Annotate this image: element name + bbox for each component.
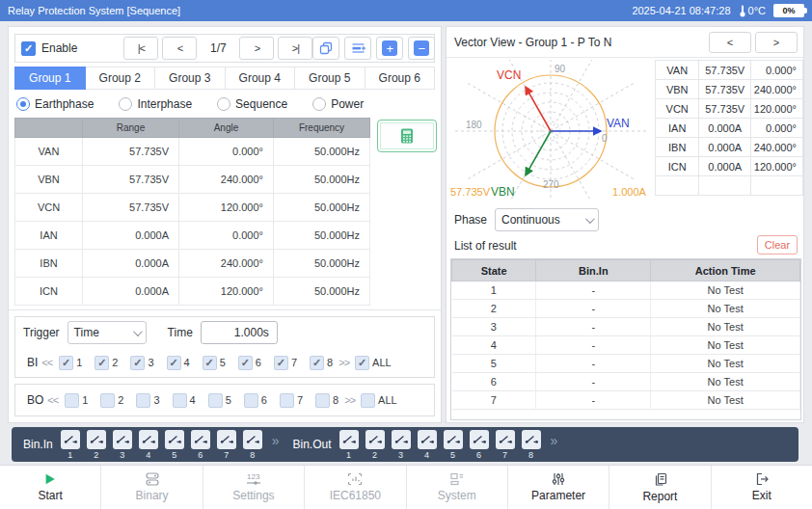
bo-checkbox[interactable] bbox=[100, 393, 115, 408]
bo-checkbox[interactable] bbox=[244, 393, 258, 408]
next-state-button[interactable]: > bbox=[239, 37, 274, 60]
bi-checkbox[interactable] bbox=[95, 356, 109, 370]
tab-group-1[interactable]: Group 1 bbox=[14, 67, 86, 90]
channel-angle[interactable]: 120.000° bbox=[179, 278, 274, 306]
bo-checkbox-item[interactable]: 6 bbox=[244, 393, 267, 408]
channel-frequency[interactable]: 50.000Hz bbox=[274, 138, 370, 166]
phase-select[interactable]: Continuous bbox=[495, 208, 599, 231]
bi-all-checkbox[interactable] bbox=[355, 356, 369, 370]
settings-button[interactable]: 123 Settings bbox=[203, 466, 304, 509]
bo-checkbox-item[interactable]: 7 bbox=[280, 393, 303, 408]
bo-checkbox[interactable] bbox=[208, 393, 223, 408]
parameter-button[interactable]: Parameter bbox=[507, 466, 609, 509]
channel-row[interactable]: IBN 0.000A 240.000° 50.000Hz bbox=[15, 250, 370, 278]
result-row[interactable]: 4 - No Test bbox=[452, 336, 800, 355]
bi-checkbox-item[interactable]: 6 bbox=[238, 356, 261, 370]
bi-checkbox-item[interactable]: 8 bbox=[310, 356, 333, 370]
result-row[interactable]: 1 - No Test bbox=[452, 281, 800, 300]
result-row[interactable]: 7 - No Test bbox=[452, 391, 800, 410]
calculator-button[interactable] bbox=[377, 120, 437, 152]
first-state-button[interactable]: |< bbox=[123, 37, 158, 60]
trigger-time-input[interactable] bbox=[201, 321, 278, 344]
channel-frequency[interactable]: 50.000Hz bbox=[274, 166, 370, 194]
radio-power[interactable]: Power bbox=[312, 97, 364, 111]
channel-range[interactable]: 0.000A bbox=[83, 222, 179, 250]
remove-state-button[interactable]: − bbox=[408, 37, 435, 60]
bi-checkbox[interactable] bbox=[59, 356, 73, 370]
bo-checkbox[interactable] bbox=[65, 393, 79, 408]
bo-checkbox[interactable] bbox=[136, 393, 150, 408]
bi-all-item[interactable]: ALL bbox=[355, 356, 392, 370]
report-button[interactable]: Report bbox=[609, 466, 710, 509]
system-button[interactable]: System bbox=[406, 466, 507, 509]
bo-checkbox[interactable] bbox=[173, 393, 187, 408]
tab-group-4[interactable]: Group 4 bbox=[226, 67, 296, 90]
prev-state-button[interactable]: < bbox=[162, 37, 197, 60]
channel-frequency[interactable]: 50.000Hz bbox=[274, 250, 370, 278]
bo-checkbox-item[interactable]: 3 bbox=[136, 393, 159, 408]
trigger-type-select[interactable]: Time bbox=[68, 321, 147, 344]
last-state-button[interactable]: >| bbox=[278, 37, 312, 60]
tab-group-6[interactable]: Group 6 bbox=[365, 67, 436, 90]
bo-checkbox[interactable] bbox=[280, 393, 294, 408]
bo-checkbox-item[interactable]: 5 bbox=[208, 393, 231, 408]
radio-earthphase[interactable]: Earthphase bbox=[16, 97, 94, 111]
channel-range[interactable]: 0.000A bbox=[83, 250, 179, 278]
bi-checkbox-item[interactable]: 3 bbox=[130, 356, 153, 370]
bi-checkbox-item[interactable]: 1 bbox=[59, 356, 82, 370]
radio-sequence[interactable]: Sequence bbox=[217, 97, 287, 111]
tab-group-3[interactable]: Group 3 bbox=[155, 67, 226, 90]
channel-angle[interactable]: 240.000° bbox=[179, 250, 274, 278]
bi-checkbox[interactable] bbox=[203, 356, 217, 370]
channel-angle[interactable]: 120.000° bbox=[179, 194, 274, 222]
result-row[interactable]: 3 - No Test bbox=[452, 318, 800, 336]
bi-checkbox[interactable] bbox=[274, 356, 288, 370]
channel-range[interactable]: 0.000A bbox=[83, 278, 179, 306]
bi-checkbox[interactable] bbox=[167, 356, 181, 370]
channel-row[interactable]: VCN 57.735V 120.000° 50.000Hz bbox=[15, 194, 370, 222]
channel-frequency[interactable]: 50.000Hz bbox=[274, 194, 370, 222]
bo-checkbox-item[interactable]: 1 bbox=[65, 393, 88, 408]
result-row[interactable]: 2 - No Test bbox=[452, 300, 800, 318]
bi-checkbox-item[interactable]: 2 bbox=[95, 356, 118, 370]
add-state-button[interactable]: + bbox=[376, 37, 403, 60]
tab-group-2[interactable]: Group 2 bbox=[86, 67, 156, 90]
vector-prev-button[interactable]: < bbox=[709, 32, 751, 53]
channel-row[interactable]: ICN 0.000A 120.000° 50.000Hz bbox=[15, 278, 370, 306]
bi-checkbox[interactable] bbox=[238, 356, 253, 370]
bo-checkbox[interactable] bbox=[315, 393, 330, 408]
channel-row[interactable]: VAN 57.735V 0.000° 50.000Hz bbox=[15, 138, 370, 166]
bo-all-checkbox[interactable] bbox=[361, 393, 375, 408]
enable-checkbox[interactable] bbox=[21, 41, 36, 56]
vector-next-button[interactable]: > bbox=[755, 32, 798, 53]
bi-checkbox-item[interactable]: 4 bbox=[167, 356, 190, 370]
bi-checkbox-item[interactable]: 5 bbox=[203, 356, 226, 370]
insert-state-button[interactable] bbox=[344, 37, 371, 60]
iec61850-button[interactable]: IEC61850 bbox=[304, 466, 405, 509]
channel-frequency[interactable]: 50.000Hz bbox=[274, 222, 370, 250]
channel-angle[interactable]: 0.000° bbox=[179, 138, 274, 166]
radio-interphase[interactable]: Interphase bbox=[119, 97, 192, 111]
bo-checkbox-item[interactable]: 8 bbox=[315, 393, 338, 408]
result-row[interactable]: 5 - No Test bbox=[452, 355, 800, 373]
clear-button[interactable]: Clear bbox=[757, 235, 798, 254]
copy-state-button[interactable] bbox=[312, 37, 339, 60]
channel-angle[interactable]: 0.000° bbox=[179, 222, 274, 250]
channel-range[interactable]: 57.735V bbox=[83, 138, 179, 166]
bo-checkbox-item[interactable]: 4 bbox=[173, 393, 196, 408]
exit-button[interactable]: Exit bbox=[711, 466, 812, 509]
channel-range[interactable]: 57.735V bbox=[83, 194, 179, 222]
channel-frequency[interactable]: 50.000Hz bbox=[274, 278, 370, 306]
binary-button[interactable]: Binary bbox=[100, 466, 202, 509]
bi-checkbox[interactable] bbox=[310, 356, 324, 370]
bi-checkbox[interactable] bbox=[130, 356, 145, 370]
channel-angle[interactable]: 240.000° bbox=[179, 166, 274, 194]
channel-row[interactable]: VBN 57.735V 240.000° 50.000Hz bbox=[15, 166, 370, 194]
start-button[interactable]: Start bbox=[0, 466, 100, 509]
bi-checkbox-item[interactable]: 7 bbox=[274, 356, 297, 370]
bo-all-item[interactable]: ALL bbox=[361, 393, 397, 408]
channel-row[interactable]: IAN 0.000A 0.000° 50.000Hz bbox=[15, 222, 370, 250]
tab-group-5[interactable]: Group 5 bbox=[295, 67, 365, 90]
bo-checkbox-item[interactable]: 2 bbox=[100, 393, 123, 408]
channel-range[interactable]: 57.735V bbox=[83, 166, 179, 194]
